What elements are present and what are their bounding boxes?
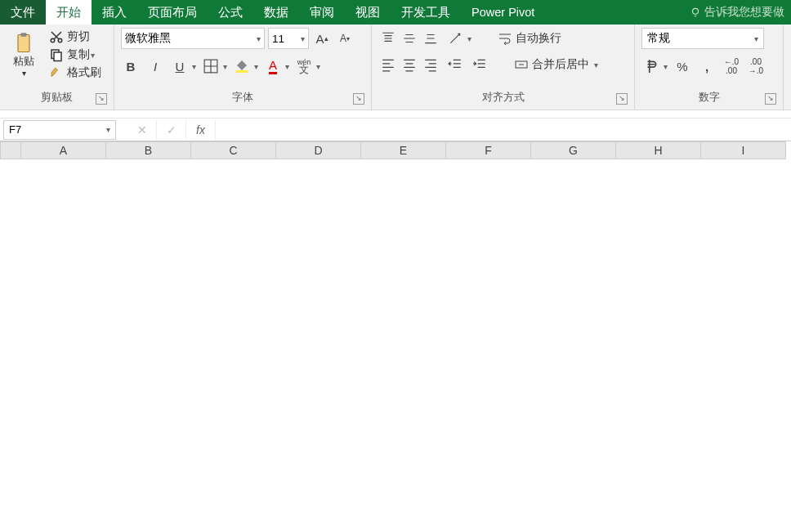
tab-insert[interactable]: 插入 [92, 0, 137, 25]
tab-powerpivot[interactable]: Power Pivot [461, 0, 545, 25]
group-alignment: ▾ 自动换行 合并后居中▾ 对齐方式↘ [372, 25, 635, 110]
orientation-icon [448, 31, 463, 46]
col-header-a[interactable]: A [21, 141, 106, 159]
svg-point-0 [693, 8, 699, 14]
group-clipboard: 粘贴 ▾ 剪切 复制▾ 格式刷 剪贴板↘ [0, 25, 114, 110]
dialog-launcher-icon[interactable]: ↘ [765, 93, 776, 105]
fx-button[interactable]: fx [186, 120, 216, 140]
formula-bar: F7▾ ✕ ✓ fx [0, 118, 791, 141]
align-right-icon [423, 57, 438, 72]
fill-color-button[interactable] [232, 56, 252, 77]
currency-icon [644, 59, 659, 74]
dialog-launcher-icon[interactable]: ↘ [616, 93, 628, 105]
ribbon: 粘贴 ▾ 剪切 复制▾ 格式刷 剪贴板↘ 微软雅 [0, 25, 791, 110]
align-left-button[interactable] [378, 54, 398, 75]
svg-rect-1 [18, 35, 29, 52]
format-painter-button[interactable]: 格式刷 [46, 64, 105, 82]
copy-button[interactable]: 复制▾ [46, 46, 105, 64]
tab-dev[interactable]: 开发工具 [391, 0, 461, 25]
name-box[interactable]: F7▾ [3, 120, 116, 140]
align-middle-button[interactable] [400, 28, 419, 49]
increase-indent-button[interactable] [470, 54, 489, 75]
clipboard-group-label: 剪贴板↘ [7, 87, 107, 110]
tab-layout[interactable]: 页面布局 [137, 0, 208, 25]
tell-me-label: 告诉我您想要做 [704, 5, 784, 20]
border-icon [203, 59, 218, 74]
increase-decimal-button[interactable]: ←.0.00 [722, 56, 741, 77]
align-middle-icon [402, 31, 417, 46]
col-header-f[interactable]: F [446, 141, 531, 159]
svg-rect-6 [54, 52, 61, 61]
tell-me[interactable]: 告诉我您想要做 [683, 5, 791, 20]
outdent-icon [448, 57, 463, 72]
decrease-font-button[interactable]: A▾ [335, 28, 355, 49]
bucket-icon [235, 59, 249, 74]
tab-review[interactable]: 审阅 [299, 0, 345, 25]
tab-file[interactable]: 文件 [0, 0, 46, 25]
font-size-select[interactable]: 11▾ [268, 28, 309, 49]
align-left-icon [381, 57, 396, 72]
merge-center-button[interactable]: 合并后居中▾ [511, 56, 601, 74]
increase-font-button[interactable]: A▴ [312, 28, 332, 49]
copy-icon [49, 47, 64, 62]
font-color-button[interactable]: A [263, 56, 283, 77]
border-button[interactable] [201, 56, 221, 77]
underline-button[interactable]: U [170, 56, 190, 77]
enter-formula-button[interactable]: ✓ [157, 120, 186, 140]
number-format-select[interactable]: 常规▾ [641, 28, 764, 49]
decrease-decimal-button[interactable]: .00→.0 [746, 56, 766, 77]
align-group-label: 对齐方式↘ [378, 87, 628, 110]
formula-input[interactable] [216, 120, 791, 140]
caret-down-icon: ▾ [22, 69, 26, 78]
font-group-label: 字体↘ [121, 87, 364, 110]
font-name-select[interactable]: 微软雅黑▾ [121, 28, 265, 49]
svg-rect-2 [21, 33, 27, 37]
tab-data[interactable]: 数据 [253, 0, 299, 25]
orientation-button[interactable] [445, 28, 465, 49]
percent-button[interactable]: % [673, 56, 692, 77]
align-center-button[interactable] [400, 54, 419, 75]
col-header-d[interactable]: D [276, 141, 361, 159]
bold-button[interactable]: B [121, 56, 141, 77]
wrap-text-button[interactable]: 自动换行 [494, 29, 565, 47]
indent-icon [472, 57, 487, 72]
cut-button[interactable]: 剪切 [46, 28, 105, 46]
group-number: 常规▾ ▾ % , ←.0.00 .00→.0 数字↘ [635, 25, 784, 110]
merge-icon [514, 57, 529, 72]
tab-view[interactable]: 视图 [345, 0, 391, 25]
col-header-e[interactable]: E [361, 141, 446, 159]
col-header-b[interactable]: B [106, 141, 191, 159]
paste-label: 粘贴 [13, 55, 34, 69]
cut-label: 剪切 [67, 29, 90, 44]
align-bottom-button[interactable] [421, 28, 440, 49]
cancel-formula-button[interactable]: ✕ [127, 120, 157, 140]
spreadsheet-grid: A B C D E F G H I 1 2 3 4 5 6 7 8 9 10 月… [0, 141, 791, 159]
col-header-h[interactable]: H [616, 141, 701, 159]
brush-icon [49, 65, 64, 80]
wrap-icon [498, 31, 512, 46]
comma-button[interactable]: , [697, 56, 717, 77]
align-right-button[interactable] [421, 54, 440, 75]
tab-formula[interactable]: 公式 [208, 0, 253, 25]
decrease-indent-button[interactable] [445, 54, 465, 75]
paste-button[interactable]: 粘贴 ▾ [7, 32, 41, 78]
dialog-launcher-icon[interactable]: ↘ [96, 93, 107, 105]
align-top-icon [381, 31, 396, 46]
copy-label: 复制 [67, 47, 90, 62]
dialog-launcher-icon[interactable]: ↘ [353, 93, 364, 105]
select-all-corner[interactable] [0, 141, 21, 159]
format-painter-label: 格式刷 [67, 65, 101, 80]
col-header-i[interactable]: I [701, 141, 786, 159]
align-center-icon [402, 57, 417, 72]
align-bottom-icon [423, 31, 438, 46]
align-top-button[interactable] [378, 28, 398, 49]
accounting-button[interactable] [641, 56, 661, 77]
tab-home[interactable]: 开始 [46, 0, 92, 25]
merge-label: 合并后居中 [532, 57, 589, 72]
paste-icon [12, 32, 35, 55]
svg-rect-8 [236, 70, 248, 73]
italic-button[interactable]: I [145, 56, 165, 77]
phonetic-button[interactable]: wén文 [294, 56, 314, 77]
col-header-g[interactable]: G [531, 141, 616, 159]
col-header-c[interactable]: C [191, 141, 276, 159]
